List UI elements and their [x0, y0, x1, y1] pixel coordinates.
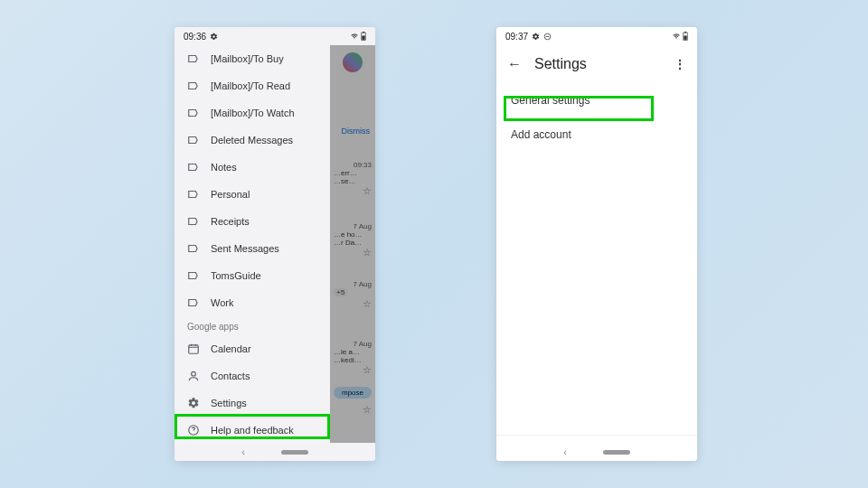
svg-rect-8 [684, 32, 686, 33]
back-arrow-icon[interactable]: ← [507, 56, 522, 72]
status-time: 09:36 [184, 32, 206, 42]
page-title: Settings [534, 56, 661, 72]
status-bar: 09:37 [496, 27, 697, 45]
drawer-section-header: Google apps [175, 316, 330, 335]
svg-rect-1 [363, 32, 364, 33]
label-icon [187, 242, 200, 255]
star-icon[interactable]: ☆ [334, 404, 372, 416]
label-icon [187, 188, 200, 201]
label-icon [187, 269, 200, 282]
overflow-menu-icon[interactable]: ⋮ [674, 57, 686, 71]
wifi-icon [672, 33, 681, 40]
android-nav-bar: ‹ [496, 443, 697, 461]
drawer-label-item[interactable]: Work [175, 289, 330, 316]
gear-icon [187, 397, 200, 409]
drawer-label-item[interactable]: TomsGuide [175, 262, 330, 289]
compose-button[interactable]: mpose [334, 387, 372, 399]
label-icon [187, 161, 200, 174]
drawer-help[interactable]: Help and feedback [175, 417, 330, 443]
status-time: 09:37 [505, 32, 528, 42]
svg-point-4 [192, 371, 196, 376]
star-icon[interactable]: ☆ [334, 185, 372, 197]
svg-rect-3 [189, 345, 199, 353]
drawer-label-item[interactable]: Notes [175, 154, 330, 181]
drawer-label-item[interactable]: [Mailbox]/To Buy [175, 45, 330, 72]
nav-back-icon[interactable]: ‹ [563, 446, 567, 457]
drawer-label-item[interactable]: Deleted Messages [175, 127, 330, 154]
drawer-label-item[interactable]: [Mailbox]/To Watch [175, 99, 330, 127]
star-icon[interactable]: ☆ [334, 298, 372, 310]
divider [496, 435, 697, 436]
settings-topbar: ← Settings ⋮ [496, 45, 697, 83]
wifi-icon [350, 33, 359, 40]
dnd-icon [543, 33, 552, 41]
peek-time: 09:33 [334, 161, 372, 169]
nav-home-pill[interactable] [281, 450, 308, 455]
contacts-icon [187, 370, 200, 382]
gear-icon [210, 33, 218, 41]
drawer-label-item[interactable]: Personal [175, 181, 330, 208]
settings-general[interactable]: General settings [496, 83, 697, 117]
help-icon [187, 424, 200, 436]
nav-home-pill[interactable] [603, 450, 630, 455]
phone-left-gmail-drawer: 09:36 Dismiss 09:33 …err… …se… ☆ 7 Aug …… [175, 27, 375, 461]
drawer-label-item[interactable]: Receipts [175, 208, 330, 235]
drawer-label-item[interactable]: Sent Messages [175, 235, 330, 262]
gear-icon [532, 33, 540, 41]
avatar[interactable] [341, 51, 364, 74]
label-icon [187, 215, 200, 228]
navigation-drawer: [Mailbox]/To Buy [Mailbox]/To Read [Mail… [175, 45, 330, 443]
phone-right-settings: 09:37 ← Settings ⋮ General settings Add … [496, 27, 697, 461]
drawer-label-text: [Mailbox]/To Buy [211, 53, 284, 64]
drawer-calendar[interactable]: Calendar [175, 335, 330, 362]
inbox-peek: Dismiss 09:33 …err… …se… ☆ 7 Aug …e ho… … [330, 45, 375, 443]
drawer-settings[interactable]: Settings [175, 389, 330, 417]
battery-icon [683, 32, 688, 41]
status-bar: 09:36 [175, 27, 375, 45]
nav-back-icon[interactable]: ‹ [241, 446, 245, 457]
drawer-label-item[interactable]: [Mailbox]/To Read [175, 72, 330, 99]
label-icon [187, 80, 200, 92]
star-icon[interactable]: ☆ [334, 247, 372, 258]
battery-icon [361, 32, 366, 41]
drawer-contacts[interactable]: Contacts [175, 362, 330, 389]
star-icon[interactable]: ☆ [334, 364, 372, 376]
label-icon [187, 296, 200, 309]
settings-add-account[interactable]: Add account [496, 117, 697, 152]
svg-rect-9 [684, 35, 686, 39]
label-icon [187, 107, 200, 119]
label-icon [187, 134, 200, 146]
svg-rect-2 [362, 35, 364, 39]
dismiss-link[interactable]: Dismiss [342, 127, 371, 136]
settings-list: General settings Add account [496, 83, 697, 152]
calendar-icon [187, 343, 200, 355]
android-nav-bar: ‹ [175, 443, 375, 461]
label-icon [187, 52, 200, 65]
